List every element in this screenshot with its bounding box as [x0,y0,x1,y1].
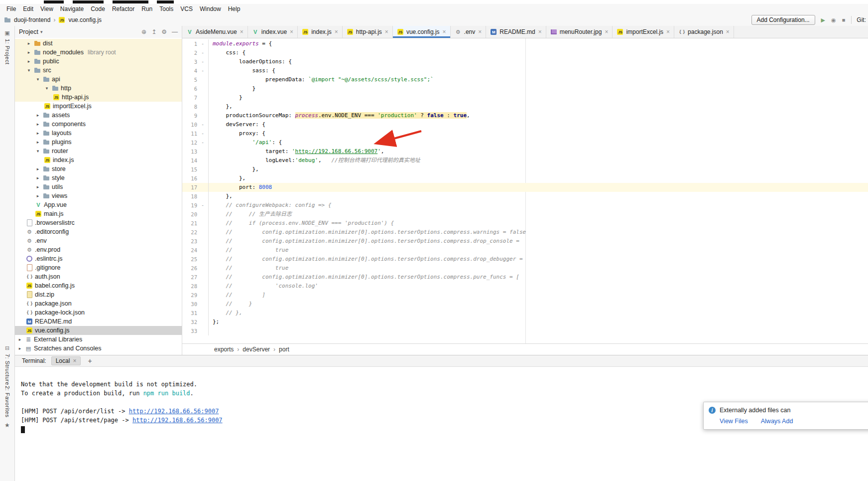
menu-window[interactable]: Window [196,5,225,12]
menu-vcs[interactable]: VCS [177,5,196,12]
code-line[interactable]: 21 // if (process.env.NODE_ENV === 'prod… [182,219,868,228]
tree-item-index-js[interactable]: index.js [15,156,182,164]
tree-item-dist[interactable]: ▸dist [15,39,182,48]
chevron-down-icon[interactable]: ▾ [35,149,41,154]
tree-item--eslintrc-js[interactable]: .eslintrc.js [15,254,182,263]
fold-icon[interactable]: - [197,138,209,147]
fold-icon[interactable]: - [197,39,209,48]
code-line[interactable]: 11- proxy: { [182,129,868,138]
tree-item-main-js[interactable]: main.js [15,209,182,218]
code-line[interactable]: 33 [182,326,868,335]
tree-item-package-json[interactable]: package.json [15,299,182,308]
tree-item--env-prod[interactable]: .env.prod [15,245,182,254]
close-icon[interactable]: × [73,357,76,364]
tree-item-dist-zip[interactable]: dist.zip [15,290,182,299]
new-terminal-button[interactable]: + [86,357,94,365]
code-line[interactable]: 12- '/api': { [182,138,868,147]
close-tab-icon[interactable]: × [666,28,670,35]
tree-item-assets[interactable]: ▸assets [15,111,182,120]
chevron-right-icon[interactable]: ▸ [17,337,23,342]
code-line[interactable]: 3- loaderOptions: { [182,57,868,66]
terminal-link[interactable]: http://192.168.66.56:9007 [132,417,223,424]
menu-file[interactable]: File [3,5,19,12]
chevron-right-icon[interactable]: ▸ [35,122,41,127]
editor-tab-vue-config-js[interactable]: vue.config.js× [393,26,451,38]
fold-icon[interactable]: - [197,57,209,66]
tree-item-plugins[interactable]: ▸plugins [15,138,182,147]
code-line[interactable]: 5 prependData: `@import "~@/assets/scss/… [182,75,868,84]
tree-item--gitignore[interactable]: .gitignore [15,263,182,272]
tree-item-babel-config-js[interactable]: babel.config.js [15,281,182,290]
tree-item-http-api-js[interactable]: http-api.js [15,93,182,102]
editor-tab-asidemenu-vue[interactable]: AsideMenu.vue× [182,26,248,38]
tree-item-scratches-and-consoles[interactable]: ▸Scratches and Consoles [15,344,182,353]
toolwindow-button-favorites[interactable]: 2: Favorites ★ [0,386,14,429]
code-line[interactable]: 24 // true [182,246,868,255]
menu-help[interactable]: Help [225,5,244,12]
chevron-right-icon[interactable]: ▸ [26,41,32,46]
menu-tools[interactable]: Tools [156,5,177,12]
tree-item-utils[interactable]: ▸utils [15,182,182,191]
code-line[interactable]: 31 // }, [182,309,868,318]
close-tab-icon[interactable]: × [605,28,608,35]
menu-view[interactable]: View [37,5,57,12]
chevron-right-icon[interactable]: ▸ [17,346,23,351]
add-configuration-button[interactable]: Add Configuration... [751,15,815,25]
chevron-right-icon[interactable]: ▸ [26,50,32,55]
chevron-down-icon[interactable]: ▾ [44,86,50,91]
code-line[interactable]: 14 logLevel:'debug', //控制台终端打印代理前的真实地址 [182,156,868,165]
project-panel-title[interactable]: Project ▾ [19,28,42,35]
tree-item-external-libraries[interactable]: ▸External Libraries [15,335,182,344]
fold-icon[interactable]: - [197,120,209,129]
notification-action-always-add[interactable]: Always Add [761,418,793,425]
terminal-link[interactable]: http://192.168.66.56:9007 [129,408,219,415]
editor-tab-menurouter-jpg[interactable]: menuRouter.jpg× [546,26,613,38]
tree-item-http[interactable]: ▾http [15,84,182,93]
code-line[interactable]: 29 // ] [182,291,868,300]
code-line[interactable]: 32}; [182,318,868,326]
code-line[interactable]: 9 productionSourceMap: process.env.NODE_… [182,111,868,120]
tree-item-package-lock-json[interactable]: package-lock.json [15,308,182,317]
menu-code[interactable]: Code [87,5,109,12]
tree-item-app-vue[interactable]: App.vue [15,200,182,209]
tree-item-auth-json[interactable]: auth.json [15,272,182,281]
close-tab-icon[interactable]: × [478,28,482,35]
fold-icon[interactable]: - [197,66,209,75]
tree-item-style[interactable]: ▸style [15,173,182,182]
code-line[interactable]: 2- css: { [182,48,868,57]
chevron-down-icon[interactable]: ▾ [35,77,41,82]
editor-tab-readme-md[interactable]: README.md× [486,26,546,38]
tree-item-readme-md[interactable]: README.md [15,317,182,326]
terminal-tab-local[interactable]: Local × [51,356,81,365]
chevron-right-icon[interactable]: ▸ [35,113,41,118]
close-tab-icon[interactable]: × [726,28,730,35]
tree-item-src[interactable]: ▾src [15,66,182,75]
code-line[interactable]: 13 target: 'http://192.168.66.56:9007', [182,147,868,156]
run-button[interactable]: ▶ [820,17,826,23]
settings-icon[interactable]: ⚙ [161,28,167,35]
code-line[interactable]: 15 }, [182,165,868,174]
code-line[interactable]: 10- devServer: { [182,120,868,129]
editor-tab-package-json[interactable]: package.json× [674,26,734,38]
tree-item-vue-config-js[interactable]: vue.config.js [15,326,182,335]
tree-item--editorconfig[interactable]: .editorconfig [15,227,182,236]
editor-tab-http-api-js[interactable]: http-api.js× [343,26,393,38]
code-line[interactable]: 20 // // 生产去除日志 [182,210,868,219]
chevron-down-icon[interactable]: ▾ [26,68,32,73]
chevron-right-icon[interactable]: ▸ [35,184,41,189]
chevron-right-icon[interactable]: ▸ [26,59,32,64]
fold-icon[interactable]: - [197,129,209,138]
close-tab-icon[interactable]: × [443,28,446,35]
editor-tab-index-vue[interactable]: index.vue× [248,26,298,38]
code-line[interactable]: 27 // config.optimization.minimizer[0].o… [182,273,868,282]
editor-tab-index-js[interactable]: index.js× [298,26,343,38]
notification-action-view-files[interactable]: View Files [720,418,748,425]
debug-button[interactable]: ◉ [830,17,837,23]
code-line[interactable]: 28 // 'console.log' [182,282,868,291]
menu-edit[interactable]: Edit [19,5,37,12]
tree-item-node-modules[interactable]: ▸node_moduleslibrary root [15,48,182,57]
breadcrumb-item[interactable]: duoji-frontend [14,16,50,23]
toolwindow-button-structure[interactable]: ⊟ 7: Structure [0,345,14,385]
menu-run[interactable]: Run [138,5,156,12]
close-tab-icon[interactable]: × [335,28,338,35]
